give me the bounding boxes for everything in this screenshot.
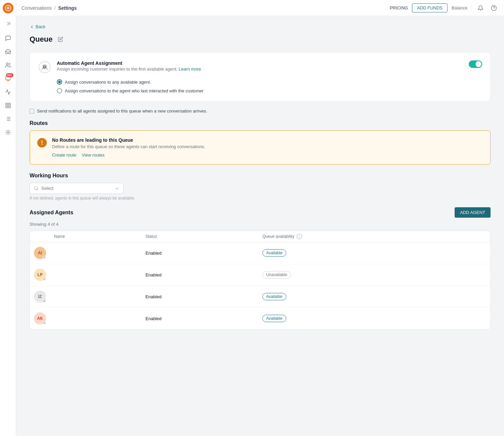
aaa-title: Automatic Agent Assignment — [57, 60, 201, 66]
radio-any-agent[interactable]: Assign conversations to any available ag… — [57, 79, 482, 85]
breadcrumb-sep: / — [54, 5, 55, 11]
agent-avatar-cell: AK — [30, 308, 50, 330]
notification-label: Send notifications to all agents assigne… — [37, 108, 207, 114]
table-row: AI Enabled Available — [30, 242, 490, 264]
back-label: Back — [36, 24, 45, 29]
sidebar-item-reports[interactable] — [2, 86, 14, 98]
aaa-description: Assign incoming customer inquiries to th… — [57, 67, 201, 72]
edit-title-icon[interactable] — [56, 35, 65, 44]
app-logo — [3, 3, 13, 13]
agent-initials: AI — [38, 251, 42, 255]
agent-status-dot — [43, 256, 46, 259]
radio-last-agent-circle — [57, 88, 62, 93]
agent-status-cell: Enabled — [141, 242, 258, 264]
topbar: Conversations / Settings PRICING ADD FUN… — [16, 0, 504, 16]
routes-section: Routes ! No Routes are leading to this Q… — [30, 120, 491, 165]
aaa-card: Automatic Agent Assignment Assign incomi… — [30, 52, 491, 102]
radio-any-agent-label: Assign conversations to any available ag… — [65, 80, 151, 85]
breadcrumb-conversations[interactable]: Conversations — [22, 5, 52, 11]
add-funds-button[interactable]: ADD FUNDS — [412, 3, 448, 12]
breadcrumb: Conversations / Settings — [22, 5, 77, 11]
learn-more-link[interactable]: Learn more — [179, 67, 201, 72]
warning-icon: ! — [37, 137, 47, 148]
agent-status: Enabled — [145, 294, 162, 299]
table-header-row: Name Status Queue availability i — [30, 231, 490, 242]
showing-count: Showing 4 of 4 — [30, 222, 491, 227]
assignment-radio-group: Assign conversations to any available ag… — [57, 79, 482, 93]
working-hours-input[interactable] — [41, 186, 112, 191]
sidebar-item-contacts[interactable] — [2, 59, 14, 71]
assigned-agents-section: Assigned Agents ADD AGENT Showing 4 of 4… — [30, 207, 491, 330]
sidebar-item-integrations[interactable] — [2, 126, 14, 138]
notification-row: Send notifications to all agents assigne… — [30, 108, 491, 114]
agent-avatar: LP — [34, 269, 46, 281]
aaa-icon — [38, 60, 51, 74]
availability-badge: Available — [262, 249, 286, 257]
name-col-header: Name — [50, 231, 141, 242]
svg-point-14 — [7, 132, 9, 133]
page-title: Queue — [30, 35, 52, 44]
aaa-toggle[interactable] — [469, 60, 482, 68]
agent-name-cell — [50, 308, 141, 330]
working-hours-select[interactable] — [30, 183, 124, 194]
breadcrumb-current: Settings — [58, 5, 77, 11]
agent-availability-cell: Available — [258, 308, 490, 330]
page-header: Queue — [30, 35, 491, 44]
agents-table-body: AI Enabled Available LP Enabled Unavaila… — [30, 242, 490, 330]
svg-line-26 — [37, 189, 38, 190]
routes-warning: ! No Routes are leading to this Queue De… — [30, 130, 491, 165]
svg-rect-6 — [8, 106, 10, 108]
svg-point-0 — [6, 63, 8, 65]
radio-last-agent[interactable]: Assign conversations to the agent who la… — [57, 88, 482, 93]
agent-avatar-cell: IZ — [30, 286, 50, 308]
chevron-down-icon — [115, 186, 119, 191]
agent-availability-cell: Available — [258, 286, 490, 308]
agent-status-dot — [43, 321, 46, 324]
notification-checkbox[interactable] — [30, 109, 34, 114]
sidebar-item-campaigns[interactable]: 99+ — [2, 73, 14, 85]
agent-avatar: IZ — [34, 291, 46, 303]
agents-title: Assigned Agents — [30, 210, 73, 216]
working-hours-select-container — [30, 183, 124, 194]
help-icon[interactable] — [489, 3, 499, 13]
notifications-icon[interactable] — [476, 3, 485, 13]
sidebar-item-inbox[interactable] — [2, 46, 14, 58]
sidebar-item-workflows[interactable] — [2, 99, 14, 112]
availability-badge: Unavailable — [262, 271, 291, 278]
create-route-link[interactable]: Create route — [52, 152, 76, 158]
agent-initials: AK — [37, 316, 43, 321]
svg-point-20 — [44, 67, 45, 68]
table-row: LP Enabled Unavailable — [30, 264, 490, 286]
svg-rect-7 — [6, 106, 7, 108]
topbar-divider — [471, 5, 472, 11]
queue-availability-info-icon[interactable]: i — [297, 234, 302, 239]
agent-avatar: AK — [34, 312, 46, 324]
agent-availability-cell: Unavailable — [258, 264, 490, 286]
back-link[interactable]: Back — [30, 24, 491, 29]
status-col-header: Status — [141, 231, 258, 242]
table-row: AK Enabled Available — [30, 308, 490, 330]
agent-status-cell: Enabled — [141, 264, 258, 286]
svg-point-15 — [492, 5, 497, 10]
pricing-link[interactable]: PRICING — [390, 5, 408, 10]
agent-avatar-cell: LP — [30, 264, 50, 286]
expand-icon[interactable] — [2, 17, 14, 30]
svg-rect-5 — [8, 103, 10, 105]
sidebar-item-settings[interactable] — [2, 113, 14, 125]
view-routes-link[interactable]: View routes — [82, 152, 104, 158]
agent-status: Enabled — [145, 251, 162, 256]
agents-header: Assigned Agents ADD AGENT — [30, 207, 491, 218]
sidebar: 99+ — [0, 0, 16, 436]
add-agent-button[interactable]: ADD AGENT — [455, 207, 491, 218]
agent-avatar-cell: AI — [30, 242, 50, 264]
working-hours-section: Working Hours If not defined, agents in … — [30, 173, 491, 201]
search-icon — [34, 186, 39, 191]
warning-desc: Define a route for this queue so these a… — [52, 144, 205, 149]
agent-name-cell — [50, 242, 141, 264]
svg-rect-4 — [6, 103, 7, 105]
working-hours-heading: Working Hours — [30, 173, 491, 179]
agent-availability-cell: Available — [258, 242, 490, 264]
radio-last-agent-label: Assign conversations to the agent who la… — [65, 88, 204, 93]
sidebar-item-chat[interactable] — [2, 32, 14, 44]
svg-point-25 — [35, 186, 38, 189]
